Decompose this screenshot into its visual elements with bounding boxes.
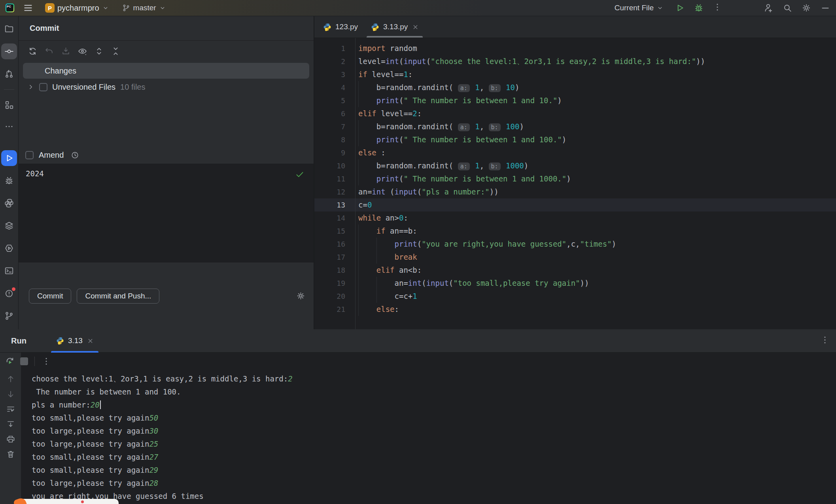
code-line[interactable]: 21 else:	[314, 303, 836, 316]
sidebar-item-run[interactable]	[1, 150, 17, 166]
search-icon[interactable]	[782, 3, 792, 13]
debug-icon	[4, 176, 14, 186]
sidebar-item-pull-requests[interactable]	[1, 66, 17, 82]
code-line[interactable]: 10 b=random.randint( a: 1, b: 1000)	[314, 159, 836, 172]
commit-history-icon[interactable]	[70, 151, 79, 160]
unversioned-files-row[interactable]: Unversioned Files 10 files	[19, 79, 314, 94]
sidebar-item-terminal[interactable]	[1, 263, 17, 279]
code-editor[interactable]: 1import random2level=int(input("choose t…	[314, 38, 836, 329]
code-line[interactable]: 16 print("you are right,you have guessed…	[314, 238, 836, 251]
soft-wrap-icon[interactable]	[6, 404, 16, 414]
code-line[interactable]: 5 print(" The number is between 1 and 10…	[314, 94, 836, 107]
run-icon[interactable]	[675, 3, 685, 13]
console-line[interactable]: choose the level:1、2or3,1 is easy,2 is m…	[32, 372, 832, 385]
code-line[interactable]: 1import random	[314, 42, 836, 55]
commit-and-push-button[interactable]: Commit and Push...	[77, 289, 159, 304]
sidebar-item-problems[interactable]	[1, 285, 17, 301]
pycharm-logo-text: PC	[6, 4, 13, 11]
up-stack-icon[interactable]	[6, 374, 16, 384]
sidebar-item-services[interactable]	[1, 218, 17, 234]
scroll-end-icon[interactable]	[6, 419, 16, 429]
minimize-icon[interactable]	[820, 3, 830, 13]
refresh-icon[interactable]	[25, 43, 40, 59]
console-line[interactable]: too small,please try again29	[32, 464, 832, 477]
more-vertical-icon[interactable]	[713, 2, 722, 13]
console-line[interactable]: pls a number:20	[32, 398, 832, 412]
commit-message-editor[interactable]: 2024	[19, 164, 314, 262]
editor-tab-bar: 123.py 3.13.py	[314, 16, 836, 38]
console-line[interactable]: you are right,you have guessed 6 times	[32, 490, 832, 503]
stop-icon[interactable]	[20, 357, 28, 365]
commit-button[interactable]: Commit	[29, 289, 71, 304]
code-line[interactable]: 7 b=random.randint( a: 1, b: 100)	[314, 120, 836, 133]
code-line[interactable]: 4 b=random.randint( a: 1, b: 10)	[314, 81, 836, 94]
commit-panel-header: Commit	[19, 16, 314, 41]
shelve-icon[interactable]	[58, 43, 73, 59]
settings-icon[interactable]	[801, 3, 811, 13]
git-branch-icon	[122, 4, 131, 12]
code-line[interactable]: 12an=int (input("pls a number:"))	[314, 185, 836, 198]
tab-313py[interactable]: 3.13.py	[364, 16, 425, 38]
add-user-icon[interactable]	[763, 3, 774, 13]
collapse-all-icon[interactable]	[108, 43, 123, 59]
console-line[interactable]: too small,please try again50	[32, 412, 832, 425]
close-icon[interactable]	[87, 338, 94, 344]
chevron-right-icon[interactable]	[27, 83, 34, 91]
more-vertical-icon[interactable]	[41, 356, 51, 366]
console-line[interactable]: too large,please try again28	[32, 477, 832, 490]
code-line[interactable]: 15 if an==b:	[314, 225, 836, 238]
clear-all-icon[interactable]	[6, 449, 16, 459]
sidebar-item-commit[interactable]	[1, 43, 17, 59]
amend-checkbox[interactable]	[25, 151, 34, 159]
sidebar-item-project[interactable]	[1, 21, 17, 37]
sidebar-item-structure[interactable]	[1, 97, 17, 113]
run-anything-icon	[4, 243, 14, 253]
sidebar-item-debug[interactable]	[1, 173, 17, 189]
console-line[interactable]: too small,please try again27	[32, 451, 832, 464]
code-line[interactable]: 9else :	[314, 146, 836, 159]
print-icon[interactable]	[6, 434, 16, 444]
unversioned-checkbox[interactable]	[39, 83, 47, 91]
console-line[interactable]: too large,please try again30	[32, 425, 832, 438]
run-configuration-selector[interactable]: Current File	[612, 1, 666, 15]
code-line[interactable]: 20 c=c+1	[314, 290, 836, 303]
commit-message-text: 2024	[26, 169, 44, 178]
console-line[interactable]: The number is between 1 and 100.	[32, 385, 832, 398]
problems-icon	[4, 288, 14, 298]
tab-123py[interactable]: 123.py	[316, 16, 364, 38]
eye-icon[interactable]	[75, 43, 90, 59]
project-selector[interactable]: P pycharmpro	[43, 1, 112, 15]
code-line[interactable]: 8 print(" The number is between 1 and 10…	[314, 133, 836, 146]
run-tab-313[interactable]: 3.13	[50, 329, 99, 353]
branch-selector[interactable]: master	[119, 1, 168, 15]
main-menu-button[interactable]	[21, 1, 36, 15]
down-stack-icon[interactable]	[6, 389, 16, 399]
debug-icon[interactable]	[694, 3, 704, 13]
expand-all-icon[interactable]	[91, 43, 106, 59]
structure-icon	[4, 100, 14, 110]
code-line[interactable]: 19 an=int(input("too small,please try ag…	[314, 277, 836, 290]
text-caret	[100, 400, 101, 409]
code-line[interactable]: 11 print(" The number is between 1 and 1…	[314, 172, 836, 185]
code-line[interactable]: 17 break	[314, 251, 836, 264]
code-line[interactable]: 2level=int(input("choose the level:1、2or…	[314, 55, 836, 68]
sidebar-item-python-console[interactable]	[1, 195, 17, 211]
close-icon[interactable]	[412, 24, 419, 30]
code-line[interactable]: 14while an>0:	[314, 211, 836, 225]
undo-icon[interactable]	[42, 43, 57, 59]
services-icon	[4, 221, 14, 231]
rerun-icon[interactable]	[5, 356, 15, 366]
code-line[interactable]: 6elif level==2:	[314, 107, 836, 120]
menu-icon	[23, 3, 33, 13]
sidebar-item-version-control[interactable]	[1, 308, 17, 324]
more-vertical-icon[interactable]	[820, 335, 830, 346]
code-line[interactable]: 3if level==1:	[314, 68, 836, 81]
console-line[interactable]: too large,please try again25	[32, 438, 832, 451]
sidebar-item-run-anything[interactable]	[1, 240, 17, 256]
sidebar-item-more-tools[interactable]	[1, 119, 17, 135]
code-line[interactable]: 13c=0	[314, 198, 836, 211]
console-output[interactable]: choose the level:1、2or3,1 is easy,2 is m…	[32, 372, 832, 503]
changes-group-row[interactable]: Changes	[23, 63, 309, 79]
code-line[interactable]: 18 elif an<b:	[314, 264, 836, 277]
commit-options-gear-icon[interactable]	[296, 291, 306, 301]
